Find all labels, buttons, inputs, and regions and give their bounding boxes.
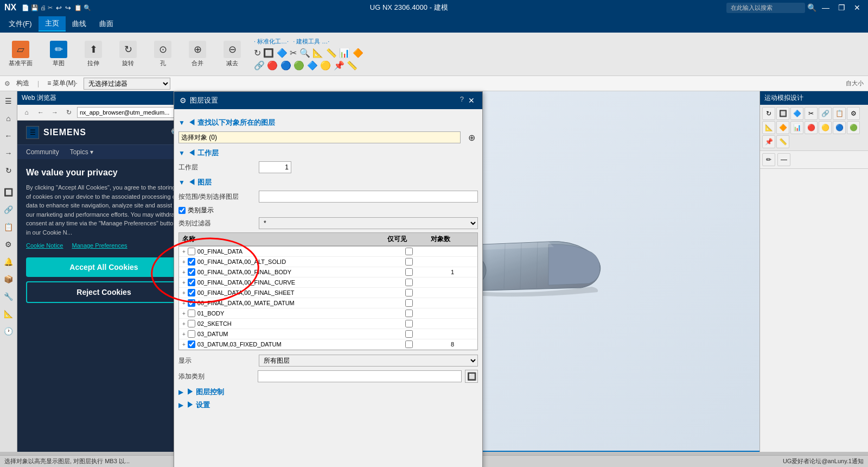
menu-button[interactable]: ≡ 菜单(M)·: [43, 77, 81, 90]
category-display-checkbox[interactable]: [178, 207, 186, 214]
sidebar-icon-4[interactable]: →: [1, 146, 16, 161]
layer-visible-check-9[interactable]: [405, 340, 413, 348]
layer-check-8[interactable]: [188, 330, 195, 338]
layer-check-7[interactable]: [188, 320, 195, 327]
rpt-btn-12[interactable]: 🟡: [819, 121, 832, 134]
layer-check-9[interactable]: [188, 340, 195, 348]
layer-expand-6[interactable]: +: [182, 311, 186, 317]
sidebar-icon-7[interactable]: 🔗: [1, 202, 16, 217]
display-select[interactable]: 所有图层: [259, 355, 478, 367]
layer-expand-2[interactable]: +: [182, 269, 186, 275]
layer-expand-9[interactable]: +: [182, 342, 186, 348]
sidebar-icon-13[interactable]: 📐: [1, 306, 16, 321]
ribbon-btn-sketch[interactable]: ✏ 草图: [46, 39, 72, 70]
close-button[interactable]: ✕: [851, 2, 864, 13]
layer-check-0[interactable]: [188, 248, 195, 255]
restore-button[interactable]: ❐: [835, 2, 848, 13]
menu-surface[interactable]: 曲面: [93, 17, 120, 31]
siemens-nav-community[interactable]: Community: [26, 148, 59, 156]
layer-visible-check-0[interactable]: [405, 248, 413, 255]
layer-expand-1[interactable]: +: [182, 259, 186, 265]
rpt-line[interactable]: —: [777, 153, 790, 166]
rpt-btn-15[interactable]: 📌: [762, 135, 775, 148]
layer-expand-7[interactable]: +: [182, 321, 186, 327]
rpt-btn-11[interactable]: 🔴: [805, 121, 818, 134]
work-layer-section-header[interactable]: ▼ ◀ 工作层: [178, 148, 478, 158]
select-object-input[interactable]: [178, 131, 461, 143]
sidebar-icon-12[interactable]: 🔧: [1, 289, 16, 304]
menu-home[interactable]: 主页: [39, 16, 66, 31]
layer-check-6[interactable]: [188, 310, 195, 317]
work-layer-input[interactable]: [259, 161, 291, 173]
sidebar-icon-1[interactable]: ☰: [1, 93, 16, 109]
layer-visible-check-7[interactable]: [405, 320, 413, 327]
layer-visible-check-6[interactable]: [405, 310, 413, 317]
rpt-btn-10[interactable]: 📊: [790, 121, 803, 134]
layer-expand-8[interactable]: +: [182, 331, 186, 337]
dialog-close-btn[interactable]: ✕: [466, 95, 477, 106]
sidebar-icon-6[interactable]: 🔲: [1, 185, 16, 200]
cookie-notice-link[interactable]: Cookie Notice: [26, 242, 63, 249]
category-filter-select[interactable]: *: [259, 217, 478, 229]
layer-check-4[interactable]: [188, 289, 195, 296]
no-filter-select[interactable]: 无选择过滤器: [84, 78, 170, 90]
menu-curves[interactable]: 曲线: [66, 17, 93, 31]
siemens-nav-topics[interactable]: Topics ▾: [70, 148, 93, 156]
layer-check-3[interactable]: [188, 279, 195, 286]
sidebar-icon-14[interactable]: 🕐: [1, 324, 16, 339]
sidebar-icon-10[interactable]: 🔔: [1, 254, 16, 269]
rpt-btn-4[interactable]: ✂: [805, 107, 818, 120]
search-box[interactable]: 在此输入以搜索: [726, 3, 805, 13]
add-category-input[interactable]: [258, 370, 462, 382]
layer-visible-check-2[interactable]: [405, 268, 413, 276]
layer-expand-0[interactable]: +: [182, 249, 186, 255]
browser-back-btn[interactable]: ←: [35, 106, 47, 118]
browser-home-btn[interactable]: ⌂: [21, 106, 33, 118]
sidebar-icon-11[interactable]: 📦: [1, 272, 16, 287]
menu-file[interactable]: 文件(F): [2, 17, 39, 31]
ribbon-btn-revolve[interactable]: ↻ 旋转: [115, 39, 141, 70]
sidebar-icon-8[interactable]: 📋: [1, 219, 16, 235]
layer-section-header[interactable]: ▼ ◀ 图层: [178, 178, 478, 187]
ribbon-btn-hole[interactable]: ⊙ 孔: [150, 39, 176, 70]
dialog-help-btn[interactable]: ?: [460, 95, 464, 106]
layer-visible-check-4[interactable]: [405, 289, 413, 296]
reject-cookies-button[interactable]: Reject Cookies: [26, 281, 182, 303]
layer-check-2[interactable]: [188, 268, 195, 276]
layer-visible-check-3[interactable]: [405, 279, 413, 286]
range-input[interactable]: [259, 191, 478, 203]
rpt-btn-13[interactable]: 🔵: [833, 121, 846, 134]
rpt-btn-7[interactable]: ⚙: [847, 107, 860, 120]
hamburger-icon[interactable]: ☰: [26, 126, 39, 139]
rpt-pencil[interactable]: ✏: [762, 153, 775, 166]
layer-check-5[interactable]: [188, 299, 195, 307]
sidebar-icon-2[interactable]: ⌂: [1, 111, 16, 126]
rpt-btn-2[interactable]: 🔲: [776, 107, 789, 120]
browser-forward-btn[interactable]: →: [49, 106, 61, 118]
rpt-btn-9[interactable]: 🔶: [776, 121, 789, 134]
layer-check-1[interactable]: [188, 258, 195, 266]
rpt-btn-5[interactable]: 🔗: [819, 107, 832, 120]
accept-all-cookies-button[interactable]: Accept All Cookies: [26, 257, 182, 277]
browser-url-input[interactable]: [77, 107, 187, 118]
rpt-btn-16[interactable]: 📏: [776, 135, 789, 148]
rpt-btn-6[interactable]: 📋: [833, 107, 846, 120]
ribbon-btn-unite[interactable]: ⊕ 合并: [184, 39, 210, 70]
sidebar-icon-5[interactable]: ↻: [1, 163, 16, 178]
ribbon-btn-datum-plane[interactable]: ▱ 基准平面: [4, 39, 37, 70]
ribbon-btn-subtract[interactable]: ⊖ 减去: [219, 39, 245, 70]
find-section-header[interactable]: ▼ ◀ 查找以下对象所在的图层: [178, 118, 478, 128]
layer-visible-check-5[interactable]: [405, 299, 413, 307]
ribbon-btn-extrude[interactable]: ⬆ 拉伸: [80, 39, 106, 70]
construct-filter[interactable]: 构造: [12, 77, 33, 90]
layer-visible-check-1[interactable]: [405, 258, 413, 266]
manage-preferences-link[interactable]: Manage Preferences: [72, 242, 127, 249]
layer-expand-4[interactable]: +: [182, 290, 186, 296]
gear-settings-icon[interactable]: ⚙: [4, 80, 10, 87]
rpt-btn-8[interactable]: 📐: [762, 121, 775, 134]
rpt-btn-3[interactable]: 🔷: [790, 107, 803, 120]
sidebar-icon-3[interactable]: ←: [1, 128, 16, 143]
add-category-btn[interactable]: 🔲: [465, 370, 478, 383]
layer-expand-5[interactable]: +: [182, 300, 186, 306]
undo-icon[interactable]: ↩: [56, 4, 62, 12]
